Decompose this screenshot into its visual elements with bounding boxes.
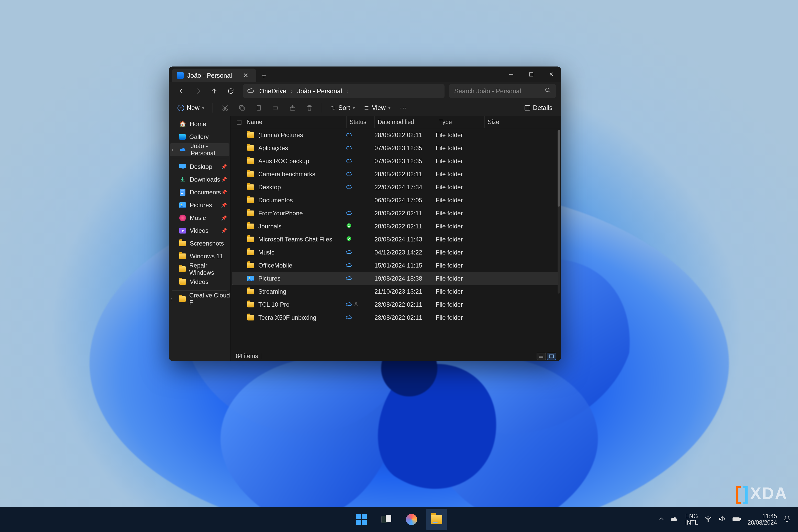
address-bar[interactable]: OneDrive › João - Personal ›	[243, 84, 444, 98]
sidebar-item-documents[interactable]: Documents📌	[169, 186, 230, 199]
file-status	[346, 302, 375, 307]
file-type: File folder	[436, 314, 484, 321]
view-button[interactable]: View ▾	[360, 102, 394, 114]
tab-close-button[interactable]: ✕	[241, 71, 251, 80]
file-row[interactable]: Desktop22/07/2024 17:34File folder	[231, 180, 561, 194]
file-date: 19/08/2024 18:38	[375, 275, 436, 282]
file-row[interactable]: (Lumia) Pictures28/08/2022 02:11File fol…	[231, 128, 561, 141]
sidebar-item-windows-11[interactable]: Windows 11	[169, 250, 230, 263]
sidebar-item-repair-windows[interactable]: Repair Windows	[169, 263, 230, 276]
notifications-button[interactable]	[784, 515, 790, 524]
tab-onedrive[interactable]: João - Personal ✕	[172, 69, 256, 82]
sidebar-item-gallery[interactable]: Gallery	[169, 130, 230, 143]
scrollbar-thumb[interactable]	[557, 130, 560, 207]
file-name: Desktop	[258, 184, 346, 191]
documents-icon	[179, 189, 186, 196]
more-button[interactable]: ⋯	[396, 101, 411, 115]
column-status[interactable]: Status	[346, 116, 375, 128]
svg-point-26	[180, 204, 182, 205]
volume-icon[interactable]	[719, 516, 726, 523]
clock[interactable]: 11:45 20/08/2024	[747, 513, 777, 526]
file-row[interactable]: Journals28/08/2022 02:11File folder	[231, 220, 561, 233]
file-name: Streaming	[258, 288, 346, 295]
file-name: (Lumia) Pictures	[258, 131, 346, 139]
sidebar-item-screenshots[interactable]: Screenshots	[169, 237, 230, 250]
navigation-sidebar[interactable]: 🏠 Home Gallery › João - Personal Desktop…	[169, 116, 231, 361]
file-type: File folder	[436, 184, 484, 191]
svg-rect-9	[240, 106, 243, 109]
file-row[interactable]: TCL 10 Pro 28/08/2022 02:11File folder	[231, 298, 561, 311]
sidebar-item-pictures[interactable]: Pictures📌	[169, 199, 230, 211]
file-row[interactable]: Aplicações07/09/2023 12:35File folder	[231, 141, 561, 154]
new-button[interactable]: + New ▾	[174, 102, 208, 114]
file-row[interactable]: Documentos06/08/2024 17:05File folder	[231, 194, 561, 207]
breadcrumb-leaf[interactable]: João - Personal	[297, 88, 342, 95]
search-input[interactable]: Search João - Personal	[449, 84, 556, 98]
forward-button[interactable]	[190, 84, 206, 98]
file-row[interactable]: Streaming21/10/2023 13:21File folder	[231, 285, 561, 298]
maximize-button[interactable]	[521, 66, 541, 82]
file-date: 07/09/2023 12:35	[375, 145, 436, 152]
file-row[interactable]: Pictures19/08/2024 18:38File folder	[232, 272, 559, 285]
column-size[interactable]: Size	[484, 116, 561, 128]
view-details-button[interactable]	[547, 353, 556, 360]
sidebar-item-music[interactable]: Music📌	[169, 211, 230, 224]
file-status	[346, 132, 375, 138]
column-date[interactable]: Date modified	[375, 116, 436, 128]
delete-button[interactable]	[302, 101, 317, 115]
file-row[interactable]: Asus ROG backup07/09/2023 12:35File fold…	[231, 154, 561, 168]
minimize-button[interactable]	[501, 66, 521, 82]
language-indicator[interactable]: ENG INTL	[685, 513, 698, 526]
rename-button[interactable]	[268, 101, 283, 115]
file-type: File folder	[436, 275, 484, 282]
sidebar-item-onedrive[interactable]: › João - Personal	[170, 143, 229, 156]
file-explorer-taskbar-button[interactable]	[426, 509, 447, 530]
column-type[interactable]: Type	[436, 116, 484, 128]
tray-overflow-button[interactable]	[659, 516, 664, 523]
sort-button[interactable]: Sort ▾	[327, 102, 359, 114]
battery-icon[interactable]	[732, 516, 741, 523]
refresh-button[interactable]	[223, 84, 239, 98]
sidebar-item-videos[interactable]: Videos📌	[169, 224, 230, 237]
onedrive-tray-icon[interactable]	[671, 516, 679, 523]
file-status	[346, 184, 375, 190]
sidebar-item-downloads[interactable]: Downloads📌	[169, 173, 230, 186]
file-name: TCL 10 Pro	[258, 301, 346, 308]
file-explorer-icon	[431, 515, 442, 524]
file-type: File folder	[436, 145, 484, 152]
paste-button[interactable]	[251, 101, 267, 115]
sidebar-item-desktop[interactable]: Desktop📌	[169, 160, 230, 173]
wifi-icon[interactable]	[705, 516, 712, 523]
taskbar[interactable]: ENG INTL 11:45 20/08/2024	[0, 507, 798, 532]
file-row[interactable]: FromYourPhone28/08/2022 02:11File folder	[231, 207, 561, 220]
up-button[interactable]	[207, 84, 222, 98]
sidebar-item-creative-cloud[interactable]: › Creative Cloud F	[169, 292, 230, 305]
close-button[interactable]: ✕	[541, 66, 561, 82]
taskview-button[interactable]	[376, 509, 397, 530]
file-row[interactable]: Camera benchmarks28/08/2022 02:11File fo…	[231, 168, 561, 180]
sidebar-item-videos[interactable]: Videos	[169, 276, 230, 288]
file-row[interactable]: Music04/12/2023 14:22File folder	[231, 246, 561, 259]
file-row[interactable]: Microsoft Teams Chat Files20/08/2024 11:…	[231, 233, 561, 246]
file-row[interactable]: OfficeMobile15/01/2024 11:15File folder	[231, 259, 561, 272]
file-name: Asus ROG backup	[258, 157, 346, 165]
copy-button[interactable]	[234, 101, 250, 115]
select-all-checkbox[interactable]	[237, 120, 242, 125]
column-name[interactable]: Name	[247, 116, 346, 128]
view-list-button[interactable]	[537, 353, 546, 360]
share-button[interactable]	[285, 101, 300, 115]
copilot-button[interactable]	[401, 509, 422, 530]
file-row[interactable]: Tecra X50F unboxing28/08/2022 02:11File …	[231, 311, 561, 324]
back-button[interactable]	[174, 84, 189, 98]
folder-icon	[247, 145, 255, 151]
file-rows[interactable]: (Lumia) Pictures28/08/2022 02:11File fol…	[231, 128, 561, 351]
details-pane-button[interactable]: Details	[521, 102, 556, 114]
expand-icon[interactable]: ›	[172, 147, 173, 152]
expand-icon[interactable]: ›	[171, 297, 172, 302]
start-button[interactable]	[351, 509, 372, 530]
breadcrumb-root[interactable]: OneDrive	[259, 88, 286, 95]
new-tab-button[interactable]: ＋	[256, 69, 272, 82]
file-name: Music	[258, 249, 346, 256]
sidebar-item-home[interactable]: 🏠 Home	[169, 118, 230, 130]
cut-button[interactable]	[217, 101, 233, 115]
